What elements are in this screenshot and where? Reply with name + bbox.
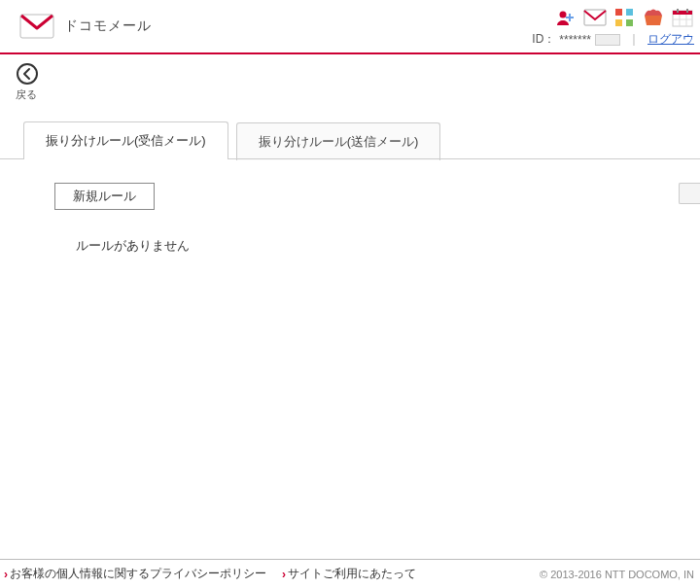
chevron-right-icon: ›: [4, 568, 8, 581]
id-row: ID： ******* ｜ ログアウ: [532, 31, 694, 48]
back-button[interactable]: 戻る: [16, 62, 54, 102]
separator: ｜: [628, 31, 640, 48]
app-title: ドコモメール: [64, 17, 152, 35]
svg-rect-3: [566, 17, 574, 18]
privacy-label: お客様の個人情報に関するプライバシーポリシー: [10, 566, 266, 582]
id-label: ID：: [532, 31, 555, 48]
svg-rect-8: [626, 19, 633, 26]
empty-rules-message: ルールがありません: [76, 237, 700, 255]
tab-label: 振り分けルール(送信メール): [259, 134, 419, 149]
id-mask: *******: [559, 33, 591, 47]
mail-icon[interactable]: [583, 8, 607, 27]
chevron-right-icon: ›: [282, 568, 286, 581]
back-row: 戻る: [0, 54, 700, 102]
svg-rect-10: [673, 11, 692, 15]
header-icons: [554, 8, 694, 27]
svg-point-1: [560, 12, 567, 18]
logout-link[interactable]: ログアウ: [648, 31, 694, 48]
footer-links: › お客様の個人情報に関するプライバシーポリシー › サイトご利用にあたって: [4, 566, 416, 582]
header-left: ドコモメール: [19, 14, 152, 39]
svg-rect-5: [615, 9, 622, 16]
contacts-icon[interactable]: [554, 8, 578, 27]
privacy-link[interactable]: › お客様の個人情報に関するプライバシーポリシー: [4, 566, 266, 582]
svg-rect-7: [615, 19, 622, 26]
tab-label: 振り分けルール(受信メール): [46, 133, 206, 148]
back-arrow-icon: [16, 62, 39, 86]
svg-rect-6: [626, 9, 633, 16]
tab-outgoing-rules[interactable]: 振り分けルール(送信メール): [236, 122, 441, 160]
terms-link[interactable]: › サイトご利用にあたって: [282, 566, 416, 582]
new-rule-button[interactable]: 新規ルール: [54, 183, 155, 210]
copyright: © 2013-2016 NTT DOCOMO, IN: [540, 569, 694, 580]
mail-logo-icon: [19, 14, 54, 39]
header-right: ID： ******* ｜ ログアウ: [532, 8, 694, 48]
back-label: 戻る: [16, 87, 37, 102]
right-edge-button[interactable]: [679, 183, 700, 204]
calendar-icon[interactable]: [671, 8, 694, 27]
header: ドコモメール: [0, 0, 700, 52]
new-rule-label: 新規ルール: [73, 189, 136, 203]
terms-label: サイトご利用にあたって: [288, 566, 416, 582]
content: 新規ルール ルールがありません: [0, 159, 700, 255]
id-mask-box: [595, 34, 620, 46]
market-icon[interactable]: [642, 8, 665, 27]
tab-incoming-rules[interactable]: 振り分けルール(受信メール): [23, 121, 228, 159]
svg-rect-4: [584, 10, 606, 25]
apps-icon[interactable]: [612, 8, 636, 27]
tabs: 振り分けルール(受信メール) 振り分けルール(送信メール): [0, 102, 700, 159]
footer: › お客様の個人情報に関するプライバシーポリシー › サイトご利用にあたって ©…: [0, 559, 700, 588]
svg-point-16: [18, 64, 37, 84]
